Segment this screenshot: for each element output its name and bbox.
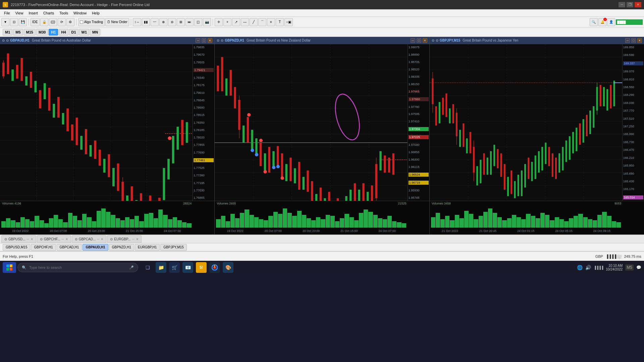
taskbar-start-button[interactable] bbox=[3, 262, 16, 273]
menu-insert[interactable]: Insert bbox=[26, 10, 41, 16]
tb-neworder-btn[interactable]: 🗒 New Order bbox=[105, 18, 129, 26]
tb-zoomin-btn[interactable]: ⊕ bbox=[159, 18, 167, 26]
tf-w1[interactable]: W1 bbox=[79, 29, 90, 36]
tb-vol-btn[interactable]: ◫ bbox=[194, 18, 202, 26]
tb-account-btn[interactable]: 👤 bbox=[607, 18, 615, 26]
tb-barchart-btn[interactable]: ▮▮ bbox=[142, 18, 150, 26]
tf-bottom-gbpcad[interactable]: GBPCAD,H1 bbox=[57, 244, 82, 251]
taskbar-network-icon[interactable]: 🌐 bbox=[577, 265, 583, 270]
tab-gbpusd-minimize[interactable]: ─ bbox=[27, 237, 29, 241]
tb-crosshair-btn[interactable]: ✛ bbox=[215, 18, 223, 26]
tb-screenshot-btn[interactable]: 📷 bbox=[203, 18, 211, 26]
svg-rect-60 bbox=[167, 159, 170, 180]
chart-gbpaud-maximize[interactable]: □ bbox=[202, 38, 206, 43]
tb-search-btn[interactable]: 🔍 bbox=[590, 18, 598, 26]
taskbar-battery-icon: ▐▐▐▐ bbox=[594, 266, 603, 269]
tb-new-btn[interactable]: ▼ bbox=[1, 18, 9, 26]
tb-fib-btn[interactable]: ≡ bbox=[267, 18, 275, 26]
tb-arrow-btn[interactable]: ↗ bbox=[232, 18, 240, 26]
tf-bottom-eurgbp[interactable]: EURGBP,H1 bbox=[135, 244, 160, 251]
tb-trendline-btn[interactable]: ╱ bbox=[250, 18, 258, 26]
tf-d1[interactable]: D1 bbox=[69, 29, 78, 36]
chart-gbpnzd-desc: Great Britain Pound vs New Zealand Dolla… bbox=[246, 39, 311, 42]
tb-shapes-btn[interactable]: ○▣ bbox=[284, 18, 293, 26]
tab-gbpcad-minimize[interactable]: ─ bbox=[97, 237, 99, 241]
tf-h4[interactable]: H4 bbox=[59, 29, 68, 36]
chart-gbpjpy-minimize[interactable]: ─ bbox=[625, 38, 630, 43]
tb-open-btn[interactable]: ⊡ bbox=[10, 18, 18, 26]
tab-eurgbp-close[interactable]: ✕ bbox=[136, 237, 139, 241]
chart-gbpaud-minimize[interactable]: ─ bbox=[196, 38, 200, 43]
tb-algo-btn[interactable]: Algo Trading bbox=[78, 18, 105, 26]
taskbar-volume-icon[interactable]: 🔊 bbox=[585, 265, 591, 270]
menu-charts[interactable]: Charts bbox=[41, 10, 57, 16]
tf-h1[interactable]: H1 bbox=[49, 29, 58, 36]
tab-gbpusd-close[interactable]: ✕ bbox=[31, 237, 33, 241]
tab-gbpusd[interactable]: ⊙ GBPUSD... ─ ✕ bbox=[1, 235, 36, 243]
tb-scroll-btn[interactable]: ⏭ bbox=[185, 18, 194, 26]
tb-wave-btn[interactable]: (()) bbox=[49, 18, 57, 26]
chart-gbpnzd-maximize[interactable]: □ bbox=[417, 38, 421, 43]
tab-gbpchf-close[interactable]: ✕ bbox=[65, 237, 68, 241]
tf-mn[interactable]: MN bbox=[90, 29, 100, 36]
tb-config-btn[interactable]: ⚙ bbox=[66, 18, 74, 26]
tb-crosshair2-btn[interactable]: + bbox=[223, 18, 231, 26]
tb-zoomout-btn[interactable]: ⊖ bbox=[168, 18, 176, 26]
tb-hline-btn[interactable]: — bbox=[241, 18, 249, 26]
taskbar-outlook[interactable]: 📧 bbox=[182, 262, 193, 273]
menu-file[interactable]: File bbox=[1, 10, 13, 16]
menu-window[interactable]: Window bbox=[71, 10, 89, 16]
tb-text-btn[interactable]: T bbox=[276, 18, 284, 26]
tf-m15[interactable]: M15 bbox=[24, 29, 36, 36]
tab-gbpcad-close[interactable]: ✕ bbox=[101, 237, 103, 241]
taskbar-chrome[interactable] bbox=[209, 262, 220, 273]
close-button[interactable]: ✕ bbox=[635, 2, 641, 7]
chart-gbpaud-close[interactable]: ✕ bbox=[208, 38, 212, 43]
tb-ide-btn[interactable]: IDE bbox=[31, 18, 40, 26]
chart-gbpnzd-minimize[interactable]: ─ bbox=[411, 38, 415, 43]
tf-m1[interactable]: M1 bbox=[3, 29, 12, 36]
taskbar-explorer[interactable]: 📁 bbox=[156, 262, 166, 273]
tab-eurgbp[interactable]: ⊙ EURGBP... ─ ✕ bbox=[107, 235, 141, 243]
taskbar-clock[interactable]: 10:10 AM 10/24/2022 bbox=[606, 264, 623, 271]
tb-grid-btn[interactable]: ⊞ bbox=[177, 18, 185, 26]
tf-bottom-gbpchf[interactable]: GBPCHF,H1 bbox=[31, 244, 56, 251]
chart-gbpjpy-maximize[interactable]: □ bbox=[631, 38, 636, 43]
svg-rect-199 bbox=[551, 153, 553, 177]
taskbar-notify-icon[interactable]: 💬 bbox=[636, 265, 641, 270]
tb-refresh-btn[interactable]: ⟳ bbox=[58, 18, 66, 26]
taskbar-search-bar[interactable]: 🔍 🎤 bbox=[17, 263, 138, 272]
taskbar-search-input[interactable] bbox=[29, 265, 126, 269]
chart-gbpnzd-close[interactable]: ✕ bbox=[423, 38, 427, 43]
tf-m5[interactable]: M5 bbox=[13, 29, 23, 36]
taskbar-mt5-icon[interactable]: M5 bbox=[625, 264, 634, 270]
menu-view[interactable]: View bbox=[13, 10, 26, 16]
menu-help[interactable]: Help bbox=[89, 10, 102, 16]
tb-notification-btn[interactable]: 🔔1 bbox=[598, 18, 606, 26]
taskbar-paint[interactable]: 🎨 bbox=[223, 262, 233, 273]
tb-save-btn[interactable]: 💾 bbox=[19, 18, 27, 26]
taskbar-store[interactable]: 🛒 bbox=[169, 262, 180, 273]
tf-bottom-gbpjpy[interactable]: GBPJPY,M15 bbox=[160, 244, 186, 251]
restore-button[interactable]: ❐ bbox=[627, 2, 633, 7]
chart-gbpaud-main[interactable]: 1.79835 1.79670 1.79505 1.79421 1.79340 … bbox=[0, 44, 214, 201]
chart-gbpjpy-main[interactable]: 169.850 169.590 169.337 169.070 168.810 … bbox=[430, 44, 644, 201]
tf-m30[interactable]: M30 bbox=[36, 29, 48, 36]
chart-gbpnzd-main[interactable]: 1.99075 1.98890 1.98705 1.98520 1.98335 … bbox=[215, 44, 429, 201]
tab-gbpchf-minimize[interactable]: ─ bbox=[62, 237, 64, 241]
chart-gbpjpy-close[interactable]: ✕ bbox=[637, 38, 642, 43]
tab-gbpcad[interactable]: ⊙ GBPCAD... ─ ✕ bbox=[72, 235, 107, 243]
tab-gbpchf[interactable]: ⊙ GBPCHF... ─ ✕ bbox=[37, 235, 71, 243]
menu-tools[interactable]: Tools bbox=[57, 10, 71, 16]
tf-bottom-gbpaud[interactable]: GBPAUD,H1 bbox=[83, 244, 108, 251]
tab-eurgbp-minimize[interactable]: ─ bbox=[132, 237, 135, 241]
tf-bottom-gbpnzd[interactable]: GBPNZD,H1 bbox=[109, 244, 134, 251]
tb-arrows-btn[interactable]: ↕↔ bbox=[133, 18, 141, 26]
tf-bottom-gbpusd[interactable]: GBPUSD,M15 bbox=[3, 244, 30, 251]
tb-lock-btn[interactable]: 🔒 bbox=[40, 18, 48, 26]
tb-linechart-btn[interactable]: 〰 bbox=[151, 18, 159, 26]
taskbar-five-percent[interactable]: 5! bbox=[196, 262, 207, 273]
minimize-button[interactable]: ─ bbox=[619, 2, 625, 7]
taskbar-task-view[interactable]: ❑ bbox=[142, 262, 153, 273]
tb-channel-btn[interactable]: ⌒ bbox=[258, 18, 266, 26]
